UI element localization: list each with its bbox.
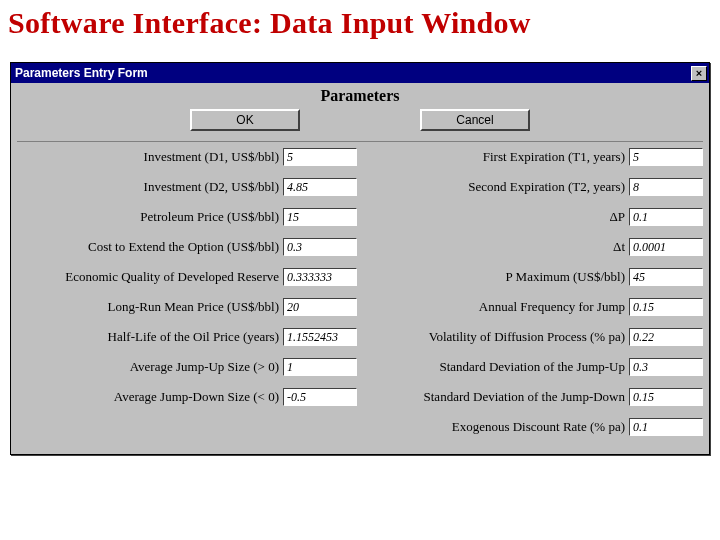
input-long-run-mean[interactable] [283, 298, 357, 316]
input-jump-freq[interactable] [629, 298, 703, 316]
row-7: Half-Life of the Oil Price (years) Volat… [17, 328, 703, 346]
label-jump-up-size: Average Jump-Up Size (> 0) [130, 359, 279, 375]
row-1: Investment (D1, US$/bbl) First Expiratio… [17, 148, 703, 166]
row-4: Cost to Extend the Option (US$/bbl) Δt [17, 238, 703, 256]
label-jump-freq: Annual Frequency for Jump [479, 299, 625, 315]
form-body: Parameters OK Cancel Investment (D1, US$… [11, 83, 709, 454]
fields-area: Investment (D1, US$/bbl) First Expiratio… [17, 141, 703, 436]
label-petrol-price: Petroleum Price (US$/bbl) [140, 209, 279, 225]
input-econ-quality[interactable] [283, 268, 357, 286]
label-diffusion-vol: Volatility of Diffusion Process (% pa) [429, 329, 625, 345]
input-delta-t[interactable] [629, 238, 703, 256]
cancel-button[interactable]: Cancel [420, 109, 530, 131]
row-3: Petroleum Price (US$/bbl) ΔP [17, 208, 703, 226]
label-jump-down-sd: Standard Deviation of the Jump-Down [424, 389, 625, 405]
input-p-max[interactable] [629, 268, 703, 286]
page-title: Software Interface: Data Input Window [0, 0, 720, 50]
input-discount-rate[interactable] [629, 418, 703, 436]
input-jump-down-sd[interactable] [629, 388, 703, 406]
input-jump-down-size[interactable] [283, 388, 357, 406]
parameters-window: Parameters Entry Form × Parameters OK Ca… [10, 62, 710, 455]
input-delta-p[interactable] [629, 208, 703, 226]
button-row: OK Cancel [17, 109, 703, 141]
input-investment-d2[interactable] [283, 178, 357, 196]
label-delta-p: ΔP [609, 209, 625, 225]
label-p-max: P Maximum (US$/bbl) [506, 269, 625, 285]
row-6: Long-Run Mean Price (US$/bbl) Annual Fre… [17, 298, 703, 316]
label-first-exp: First Expiration (T1, years) [483, 149, 625, 165]
titlebar: Parameters Entry Form × [11, 63, 709, 83]
window-title: Parameters Entry Form [15, 66, 148, 80]
close-icon[interactable]: × [691, 66, 707, 81]
label-jump-up-sd: Standard Deviation of the Jump-Up [439, 359, 625, 375]
input-jump-up-size[interactable] [283, 358, 357, 376]
input-first-exp[interactable] [629, 148, 703, 166]
input-petrol-price[interactable] [283, 208, 357, 226]
label-investment-d1: Investment (D1, US$/bbl) [144, 149, 279, 165]
label-jump-down-size: Average Jump-Down Size (< 0) [114, 389, 279, 405]
label-half-life: Half-Life of the Oil Price (years) [108, 329, 279, 345]
input-extend-cost[interactable] [283, 238, 357, 256]
label-long-run-mean: Long-Run Mean Price (US$/bbl) [107, 299, 279, 315]
label-second-exp: Second Expiration (T2, years) [468, 179, 625, 195]
label-extend-cost: Cost to Extend the Option (US$/bbl) [88, 239, 279, 255]
row-8: Average Jump-Up Size (> 0) Standard Devi… [17, 358, 703, 376]
row-10: Exogenous Discount Rate (% pa) [17, 418, 703, 436]
row-5: Economic Quality of Developed Reserve P … [17, 268, 703, 286]
input-diffusion-vol[interactable] [629, 328, 703, 346]
row-2: Investment (D2, US$/bbl) Second Expirati… [17, 178, 703, 196]
label-econ-quality: Economic Quality of Developed Reserve [65, 269, 279, 285]
label-delta-t: Δt [613, 239, 625, 255]
input-investment-d1[interactable] [283, 148, 357, 166]
label-investment-d2: Investment (D2, US$/bbl) [144, 179, 279, 195]
input-second-exp[interactable] [629, 178, 703, 196]
ok-button[interactable]: OK [190, 109, 300, 131]
row-9: Average Jump-Down Size (< 0) Standard De… [17, 388, 703, 406]
label-discount-rate: Exogenous Discount Rate (% pa) [452, 419, 625, 435]
form-heading: Parameters [17, 85, 703, 109]
input-half-life[interactable] [283, 328, 357, 346]
input-jump-up-sd[interactable] [629, 358, 703, 376]
